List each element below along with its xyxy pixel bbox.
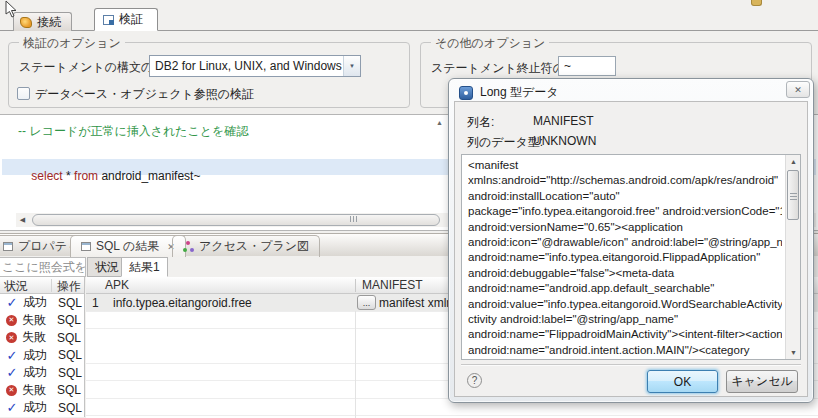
manifest-text-line: package="info.typea.eitangoroid.free" an… <box>468 204 782 219</box>
status-table-body: 成功 SQL 失敗 SQL 失敗 SQL 成功 SQL <box>0 294 85 417</box>
editor-scroll-up-icon[interactable]: ▲ <box>436 119 443 126</box>
textarea-vscrollbar[interactable]: ▲ ▼ <box>785 155 800 359</box>
sql-token: from <box>74 169 98 183</box>
column-type-field: 列のデータ型: UNKNOWN <box>467 134 543 151</box>
sql-code-line: select * from android_manifest~ <box>18 141 200 183</box>
syntax-validation-dropdown[interactable]: DB2 for Linux, UNIX, and Windows ▼ <box>149 55 361 77</box>
dialog-titlebar[interactable]: Long 型データ <box>459 84 559 101</box>
status-row[interactable]: 失敗 SQL <box>0 312 84 330</box>
operation-label: SQL <box>58 366 82 380</box>
app-window: 接続 検証 検証のオプション ステートメントの構文の検証: DB2 for Li… <box>0 0 818 418</box>
tab-connection-label: 接続 <box>37 14 61 31</box>
status-label: 成功 <box>23 294 47 311</box>
apk-cell: info.typea.eitangoroid.free <box>113 296 252 310</box>
close-icon[interactable]: ✕ <box>786 81 810 98</box>
tab-connection[interactable]: 接続 <box>13 12 72 31</box>
operation-label: SQL <box>58 401 82 415</box>
cancel-button[interactable]: キャンセル <box>726 370 798 393</box>
operation-label: SQL <box>57 383 81 397</box>
manifest-column-header[interactable]: MANIFEST <box>362 278 423 292</box>
operation-label: SQL <box>58 348 82 362</box>
column-gridline <box>355 294 356 418</box>
terminator-input[interactable]: ~ <box>558 56 616 76</box>
vscrollbar-grip <box>790 193 797 200</box>
status-label: 失敗 <box>22 329 46 346</box>
manifest-text-line: android:name="FlippadroidMainActivity"><… <box>468 327 782 342</box>
long-data-textarea[interactable]: <manifestxmlns:android="http://schemas.a… <box>461 154 801 360</box>
group-title: その他のオプション <box>431 35 549 52</box>
validation-options-group: 検証のオプション ステートメントの構文の検証: DB2 for Linux, U… <box>8 42 410 108</box>
status-row[interactable]: 成功 SQL <box>0 399 84 417</box>
tab-validation[interactable]: 検証 <box>94 8 158 31</box>
sql-token: select <box>31 169 62 183</box>
validation-icon <box>103 15 114 25</box>
manifest-text-line: android:name="android.app.default_search… <box>468 281 782 296</box>
manifest-text-line: android:icon="@drawable/icon" android:la… <box>468 235 782 250</box>
status-row[interactable]: 成功 SQL <box>0 294 84 312</box>
status-icon <box>6 315 17 326</box>
object-reference-checkbox-label: データベース・オブジェクト参照の検証 <box>35 86 254 103</box>
column-name-field: 列名: MANIFEST <box>467 114 494 131</box>
apk-column-header[interactable]: APK <box>105 278 129 292</box>
status-label: 成功 <box>23 399 47 416</box>
dialog-body: 列名: MANIFEST 列のデータ型: UNKNOWN <manifestxm… <box>454 101 808 397</box>
scroll-left-icon[interactable]: ◀ <box>16 213 29 227</box>
status-icon <box>6 332 17 343</box>
ok-button[interactable]: OK <box>647 370 718 393</box>
manifest-text-line: ctivity android:label="@string/app_name" <box>468 312 782 327</box>
manifest-text-line: <manifest <box>468 158 782 173</box>
operation-column-header[interactable]: 操作 <box>57 278 81 295</box>
status-icon <box>6 385 17 396</box>
status-label: 失敗 <box>22 312 46 329</box>
scroll-up-icon[interactable]: ▲ <box>786 155 801 168</box>
manifest-text-line: android:versionName="0.65"><application <box>468 220 782 235</box>
manifest-text-line: android:name="info.typea.eitangoroid.Fli… <box>468 250 782 265</box>
open-long-data-button[interactable]: ... <box>357 295 376 310</box>
query-filter-input[interactable]: ここに照会式を入力 <box>0 257 86 277</box>
column-divider <box>51 279 52 292</box>
status-table-header: 状況 操作 <box>0 277 85 294</box>
operation-label: SQL <box>57 313 81 327</box>
status-icon <box>6 400 18 415</box>
scroll-down-icon[interactable]: ▼ <box>786 346 801 359</box>
hscrollbar-grip <box>350 216 359 222</box>
tab-sql-results[interactable]: SQL の結果 ✕ <box>70 235 186 257</box>
status-row[interactable]: 失敗 SQL <box>0 382 84 400</box>
tab-access-plan[interactable]: アクセス・プラン図 <box>172 235 320 257</box>
toolbar-icon-partial <box>751 0 762 6</box>
properties-icon <box>3 242 13 251</box>
dialog-title: Long 型データ <box>480 84 559 101</box>
status-row[interactable]: 失敗 SQL <box>0 329 84 347</box>
connection-icon <box>20 17 32 28</box>
row-number: 1 <box>92 296 99 310</box>
sql-results-icon <box>81 242 91 251</box>
sql-token: * <box>63 169 74 183</box>
long-data-dialog: Long 型データ ✕ 列名: MANIFEST 列のデータ型: UNKNOWN… <box>448 78 814 403</box>
mouse-cursor-icon <box>4 0 17 19</box>
column-name-label: 列名: <box>467 115 494 129</box>
column-name-value: MANIFEST <box>533 114 594 128</box>
help-icon[interactable]: ? <box>467 373 482 388</box>
hscrollbar-thumb[interactable] <box>32 214 440 226</box>
status-row[interactable]: 成功 SQL <box>0 364 84 382</box>
chevron-down-icon[interactable]: ▼ <box>343 56 360 76</box>
inner-tab-result1[interactable]: 結果1 <box>121 257 168 277</box>
vscrollbar-thumb[interactable] <box>787 170 799 220</box>
status-row[interactable]: 成功 SQL <box>0 347 84 365</box>
manifest-text-line: android:name="android.intent.action.MAIN… <box>468 343 782 358</box>
column-divider <box>355 279 356 292</box>
column-type-value: UNKNOWN <box>533 134 596 148</box>
status-label: 成功 <box>23 364 47 381</box>
sql-comment-line: -- レコードが正常に挿入されたことを確認 <box>18 123 248 140</box>
tab-validation-label: 検証 <box>119 11 143 28</box>
access-plan-icon <box>183 241 194 252</box>
object-reference-checkbox[interactable] <box>17 87 30 100</box>
tab-access-plan-label: アクセス・プラン図 <box>199 238 309 255</box>
footer-divider <box>461 364 801 366</box>
status-column-header[interactable]: 状況 <box>4 278 28 295</box>
operation-label: SQL <box>58 296 82 310</box>
operation-label: SQL <box>57 331 81 345</box>
column-type-label: 列のデータ型: <box>467 135 543 149</box>
status-label: 失敗 <box>22 382 46 399</box>
dropdown-value: DB2 for Linux, UNIX, and Windows <box>150 59 343 73</box>
